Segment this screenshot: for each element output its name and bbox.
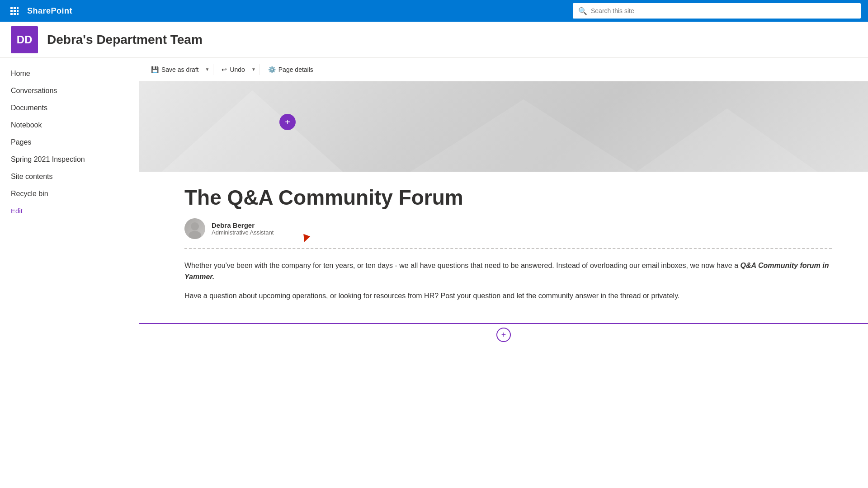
- page-content: + The Q&A Community Forum: [139, 81, 868, 488]
- sidebar: Home Conversations Documents Notebook Pa…: [0, 58, 139, 488]
- svg-rect-8: [17, 13, 19, 15]
- svg-rect-0: [10, 7, 13, 9]
- save-draft-button[interactable]: 💾 Save as draft: [146, 63, 203, 76]
- search-icon: 🔍: [578, 7, 587, 15]
- undo-chevron-icon[interactable]: ▼: [251, 67, 256, 72]
- hero-shape-2: [410, 99, 637, 172]
- author-row: Debra Berger Administrative Assistant: [184, 218, 832, 249]
- avatar-image: [184, 218, 205, 239]
- svg-point-10: [189, 231, 201, 239]
- sidebar-item-notebook[interactable]: Notebook: [0, 117, 139, 134]
- undo-label: Undo: [230, 66, 245, 73]
- article-title: The Q&A Community Forum: [184, 186, 832, 209]
- hero-image: [139, 81, 868, 172]
- save-draft-label: Save as draft: [161, 66, 199, 73]
- svg-rect-7: [14, 13, 16, 15]
- page-details-button[interactable]: ⚙️ Page details: [264, 63, 318, 76]
- undo-button[interactable]: ↩ Undo: [217, 63, 249, 76]
- sidebar-item-conversations[interactable]: Conversations: [0, 82, 139, 99]
- sidebar-item-edit[interactable]: Edit: [0, 202, 139, 219]
- article-paragraph-2: Have a question about upcoming operation…: [184, 290, 832, 302]
- toolbar-divider-1: [213, 64, 213, 75]
- main-layout: Home Conversations Documents Notebook Pa…: [0, 58, 868, 488]
- article-body: The Q&A Community Forum Debra Berger Adm…: [139, 172, 868, 323]
- site-logo: DD: [11, 26, 38, 53]
- avatar: [184, 218, 205, 239]
- svg-rect-1: [14, 7, 16, 9]
- sharepoint-logo: SharePoint: [27, 6, 72, 16]
- svg-rect-5: [17, 10, 19, 12]
- author-role: Administrative Assistant: [212, 229, 274, 236]
- bottom-section-area: +: [139, 323, 868, 346]
- add-section-button-bottom[interactable]: +: [496, 328, 511, 342]
- sidebar-item-home[interactable]: Home: [0, 65, 139, 82]
- top-navigation: SharePoint 🔍: [0, 0, 868, 22]
- hero-shape-1: [162, 90, 343, 172]
- svg-rect-4: [14, 10, 16, 12]
- svg-point-9: [191, 222, 199, 230]
- author-info: Debra Berger Administrative Assistant: [212, 221, 274, 236]
- sidebar-item-spring-inspection[interactable]: Spring 2021 Inspection: [0, 151, 139, 168]
- toolbar-divider-2: [259, 64, 260, 75]
- svg-rect-2: [17, 7, 19, 9]
- hero-shape-3: [637, 108, 817, 172]
- sidebar-item-pages[interactable]: Pages: [0, 134, 139, 151]
- waffle-menu-icon[interactable]: [7, 4, 22, 18]
- save-draft-chevron-icon[interactable]: ▼: [205, 67, 210, 72]
- gear-icon: ⚙️: [268, 66, 276, 73]
- sidebar-item-documents[interactable]: Documents: [0, 99, 139, 117]
- toolbar: 💾 Save as draft ▼ ↩ Undo ▼ ⚙️ Page detai…: [139, 58, 868, 81]
- svg-rect-6: [10, 13, 13, 15]
- search-input[interactable]: [591, 7, 855, 14]
- article-paragraph-1: Whether you've been with the company for…: [184, 260, 832, 283]
- svg-rect-3: [10, 10, 13, 12]
- search-box[interactable]: 🔍: [573, 3, 861, 19]
- site-header: DD Debra's Department Team: [0, 22, 868, 58]
- site-title: Debra's Department Team: [47, 33, 203, 47]
- content-area: 💾 Save as draft ▼ ↩ Undo ▼ ⚙️ Page detai…: [139, 58, 868, 488]
- sidebar-item-site-contents[interactable]: Site contents: [0, 168, 139, 185]
- sidebar-item-recycle-bin[interactable]: Recycle bin: [0, 185, 139, 202]
- author-name: Debra Berger: [212, 221, 274, 229]
- page-details-label: Page details: [278, 66, 313, 73]
- undo-icon: ↩: [222, 66, 227, 73]
- add-section-button-top[interactable]: +: [279, 114, 296, 130]
- save-icon: 💾: [151, 66, 159, 73]
